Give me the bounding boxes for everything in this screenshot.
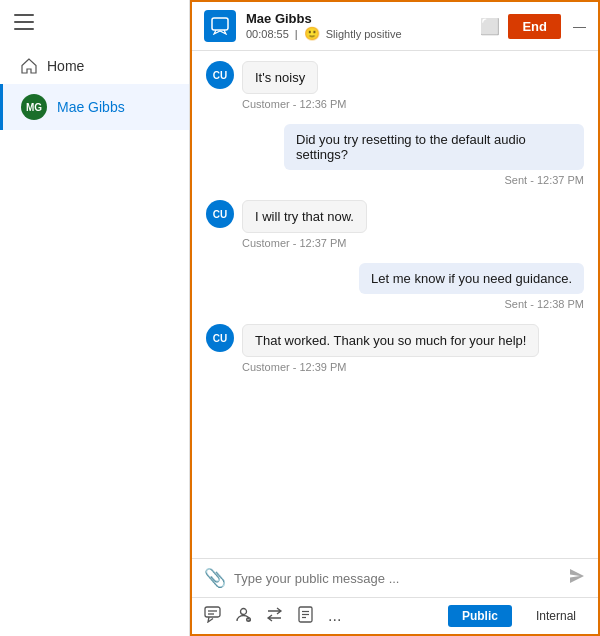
bubble-customer-1: It's noisy xyxy=(242,61,318,94)
msg-row-3: CU I will try that now. xyxy=(206,200,584,233)
sentiment-label: Slightly positive xyxy=(326,28,402,40)
minimize-icon[interactable]: — xyxy=(573,19,586,34)
bubble-agent-4: Let me know if you need guidance. xyxy=(359,263,584,294)
msg-group-2: Did you try resetting to the default aud… xyxy=(206,124,584,186)
attach-icon[interactable]: 📎 xyxy=(204,567,226,589)
monitor-icon[interactable]: ⬜ xyxy=(480,17,500,36)
svg-rect-1 xyxy=(205,607,220,617)
agent-row-4: Let me know if you need guidance. xyxy=(206,263,584,294)
chat-info: Mae Gibbs 00:08:55 | 🙂 Slightly positive xyxy=(246,11,470,41)
menu-icon[interactable] xyxy=(14,14,34,30)
messages-area: CU It's noisy Customer - 12:36 PM Did yo… xyxy=(192,51,598,558)
customer-avatar-1: CU xyxy=(206,61,234,89)
msg-group-3: CU I will try that now. Customer - 12:37… xyxy=(206,200,584,249)
sidebar-item-mae-gibbs[interactable]: MG Mae Gibbs xyxy=(0,84,189,130)
chat-name: Mae Gibbs xyxy=(246,11,470,26)
chat-meta: 00:08:55 | 🙂 Slightly positive xyxy=(246,26,470,41)
timestamp-2: Sent - 12:37 PM xyxy=(206,174,584,186)
chat-actions: ⬜ End — xyxy=(480,14,586,39)
msg-row-1: CU It's noisy xyxy=(206,61,584,94)
avatar-mg: MG xyxy=(21,94,47,120)
timestamp-5: Customer - 12:39 PM xyxy=(242,361,584,373)
chat-main: Mae Gibbs 00:08:55 | 🙂 Slightly positive… xyxy=(190,0,600,636)
sidebar-item-mae-gibbs-label: Mae Gibbs xyxy=(57,99,125,115)
timestamp-1: Customer - 12:36 PM xyxy=(242,98,584,110)
msg-row-5: CU That worked. Thank you so much for yo… xyxy=(206,324,584,357)
sentiment-icon: 🙂 xyxy=(304,26,320,41)
tab-internal-button[interactable]: Internal xyxy=(526,605,586,627)
bubble-customer-5: That worked. Thank you so much for your … xyxy=(242,324,539,357)
sidebar-header xyxy=(0,0,189,40)
customer-avatar-5: CU xyxy=(206,324,234,352)
bubble-customer-3: I will try that now. xyxy=(242,200,367,233)
sidebar-nav: Home MG Mae Gibbs xyxy=(0,40,189,138)
end-button[interactable]: End xyxy=(508,14,561,39)
divider: | xyxy=(295,28,298,40)
msg-group-4: Let me know if you need guidance. Sent -… xyxy=(206,263,584,310)
home-icon xyxy=(21,58,37,74)
notes-icon[interactable] xyxy=(297,606,314,627)
msg-group-1: CU It's noisy Customer - 12:36 PM xyxy=(206,61,584,110)
quick-replies-icon[interactable] xyxy=(204,606,221,627)
more-options-icon[interactable]: ... xyxy=(328,607,341,625)
toolbar: ... Public Internal xyxy=(192,597,598,634)
message-input[interactable] xyxy=(234,571,560,586)
input-area: 📎 xyxy=(192,558,598,597)
transfer-icon[interactable] xyxy=(266,606,283,627)
send-icon[interactable] xyxy=(568,567,586,589)
sidebar: Home MG Mae Gibbs xyxy=(0,0,190,636)
chat-timer: 00:08:55 xyxy=(246,28,289,40)
chat-header: Mae Gibbs 00:08:55 | 🙂 Slightly positive… xyxy=(192,2,598,51)
agent-icon[interactable] xyxy=(235,606,252,627)
sidebar-item-home-label: Home xyxy=(47,58,84,74)
bubble-agent-2: Did you try resetting to the default aud… xyxy=(284,124,584,170)
msg-group-5: CU That worked. Thank you so much for yo… xyxy=(206,324,584,373)
agent-row-2: Did you try resetting to the default aud… xyxy=(206,124,584,170)
tab-public-button[interactable]: Public xyxy=(448,605,512,627)
sidebar-item-home[interactable]: Home xyxy=(0,48,189,84)
timestamp-3: Customer - 12:37 PM xyxy=(242,237,584,249)
svg-rect-0 xyxy=(212,18,228,30)
timestamp-4: Sent - 12:38 PM xyxy=(206,298,584,310)
svg-point-4 xyxy=(241,608,247,614)
customer-avatar-3: CU xyxy=(206,200,234,228)
chat-avatar-icon xyxy=(204,10,236,42)
